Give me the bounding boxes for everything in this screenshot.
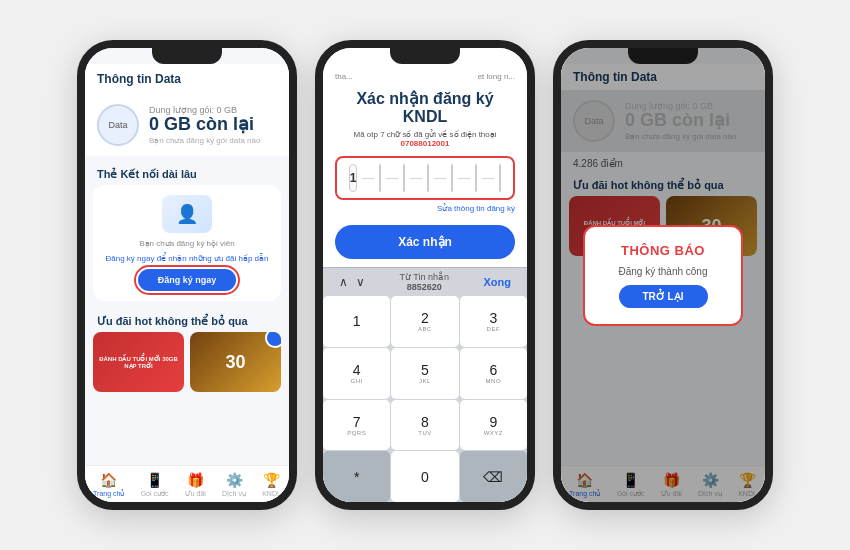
member-card: 👤 Bạn chưa đăng ký hội viên Đăng ký ngay… [93, 185, 281, 301]
numeric-keyboard: 1 2ABC 3DEF 4GHI 5JKL 6MNO 7PQRS 8TUV 9W… [323, 296, 527, 502]
phone2-subtitle: Mã otp 7 chữ số đã gửi về số điện thoại … [323, 130, 527, 156]
section-promo-title: Ưu đãi hot không thể bỏ qua [85, 309, 289, 332]
key-4[interactable]: 4GHI [323, 348, 390, 399]
confirm-button[interactable]: Xác nhận [335, 225, 515, 259]
phone2-top-right: et long n... [478, 72, 515, 81]
modal-subtitle: Đăng ký thành công [619, 266, 708, 277]
key-2[interactable]: 2ABC [391, 296, 458, 347]
modal-overlay: THÔNG BÁO Đăng ký thành công TRỞ LẠI [561, 48, 765, 502]
data-info: Dung lượng gói: 0 GB 0 GB còn lại Bạn ch… [149, 105, 277, 146]
phone1-bottom-nav: 🏠 Trang chủ 📱 Gói cước 🎁 Ưu đãi ⚙️ Dịch … [85, 465, 289, 502]
phone1-screen: Thông tin Data Data Dung lượng gói: 0 GB… [85, 48, 289, 502]
keyboard-from: Từ Tin nhắn 8852620 [399, 272, 449, 292]
goicuoc-icon: 📱 [146, 472, 163, 488]
key-3[interactable]: 3DEF [460, 296, 527, 347]
home-icon: 🏠 [100, 472, 117, 488]
key-0[interactable]: 0 [391, 451, 458, 502]
phone-3: Thông tin Data Data Dung lượng gói: 0 GB… [553, 40, 773, 510]
otp-box-4[interactable] [427, 164, 429, 192]
otp-sep-4: — [434, 164, 446, 192]
phone1-data-card: Data Dung lượng gói: 0 GB 0 GB còn lại B… [85, 94, 289, 156]
otp-box-7[interactable] [499, 164, 501, 192]
phone2-top-left: tha... [335, 72, 353, 81]
modal-title: THÔNG BÁO [621, 243, 705, 258]
key-9[interactable]: 9WXYZ [460, 400, 527, 451]
otp-input-row[interactable]: 1 — — — — — — [335, 156, 515, 200]
phone3-screen: Thông tin Data Data Dung lượng gói: 0 GB… [561, 48, 765, 502]
otp-sep-5: — [458, 164, 470, 192]
arrow-down-icon[interactable]: ∨ [356, 275, 365, 289]
phone2-title: Xác nhận đăng ký KNDL [323, 81, 527, 130]
keyboard-from-number: 8852620 [407, 282, 442, 292]
data-remaining: 0 GB còn lại [149, 115, 277, 135]
arrow-up-icon[interactable]: ∧ [339, 275, 348, 289]
key-8[interactable]: 8TUV [391, 400, 458, 451]
phone2-screen: tha... et long n... Xác nhận đăng ký KND… [323, 48, 527, 502]
dichvu-icon: ⚙️ [226, 472, 243, 488]
phone1-title: Thông tin Data [97, 72, 181, 86]
key-delete[interactable]: ⌫ [460, 451, 527, 502]
nav-label-home: Trang chủ [93, 490, 124, 498]
otp-box-6[interactable] [475, 164, 477, 192]
otp-box-1[interactable]: 1 [349, 164, 358, 192]
otp-sep-1: — [362, 164, 374, 192]
data-sub: Bạn chưa đăng ký gói data nào [149, 136, 277, 145]
otp-box-5[interactable] [451, 164, 453, 192]
resend-link[interactable]: Sửa thông tin đăng ký [323, 200, 527, 217]
nav-item-goicuoc[interactable]: 📱 Gói cước [141, 472, 169, 498]
nav-label-dichvu: Dịch vụ [222, 490, 246, 498]
otp-box-2[interactable] [379, 164, 381, 192]
notch-1 [152, 48, 222, 64]
key-row-4: * 0 ⌫ [323, 451, 527, 502]
keyboard-done-button[interactable]: Xong [484, 276, 512, 288]
otp-sep-6: — [482, 164, 494, 192]
phone2-phone-number: 07088012001 [401, 139, 450, 148]
promo-card-1-text: ĐÁNH DẤU TUỔI MỚI 30GB NẠP TRỜI [93, 353, 184, 371]
key-star[interactable]: * [323, 451, 390, 502]
keyboard-toolbar: ∧ ∨ Từ Tin nhắn 8852620 Xong [323, 267, 527, 296]
keyboard-arrows: ∧ ∨ [339, 275, 365, 289]
nav-label-goicuoc: Gói cước [141, 490, 169, 498]
phone-1: Thông tin Data Data Dung lượng gói: 0 GB… [77, 40, 297, 510]
promo-badge [265, 332, 281, 348]
key-6[interactable]: 6MNO [460, 348, 527, 399]
phone2-top: tha... et long n... [323, 64, 527, 81]
keyboard-from-label: Từ Tin nhắn [399, 272, 449, 282]
notch-2 [390, 48, 460, 64]
key-5[interactable]: 5JKL [391, 348, 458, 399]
member-text: Bạn chưa đăng ký hội viên [139, 239, 235, 248]
nav-item-kndl[interactable]: 🏆 KNDL [262, 472, 281, 498]
otp-sep-3: — [410, 164, 422, 192]
uudai-icon: 🎁 [187, 472, 204, 488]
section-member-title: Thẻ Kết nối dài lâu [85, 160, 289, 185]
register-now-button[interactable]: Đăng ký ngay [138, 269, 237, 291]
phone-2: tha... et long n... Xác nhận đăng ký KND… [315, 40, 535, 510]
key-row-3: 7PQRS 8TUV 9WXYZ [323, 400, 527, 451]
nav-item-uudai[interactable]: 🎁 Ưu đãi [185, 472, 206, 498]
key-1[interactable]: 1 [323, 296, 390, 347]
notification-modal: THÔNG BÁO Đăng ký thành công TRỞ LẠI [583, 225, 743, 326]
kndl-icon: 🏆 [263, 472, 280, 488]
promo-cards: ĐÁNH DẤU TUỔI MỚI 30GB NẠP TRỜI 30 [85, 332, 289, 392]
otp-box-3[interactable] [403, 164, 405, 192]
data-label: Data [108, 120, 127, 130]
member-link: Đăng ký ngay để nhận những ưu đãi hấp dẫ… [106, 254, 269, 263]
promo-card-2-text: 30 [225, 352, 245, 373]
key-row-2: 4GHI 5JKL 6MNO [323, 348, 527, 399]
data-circle: Data [97, 104, 139, 146]
nav-item-dichvu[interactable]: ⚙️ Dịch vụ [222, 472, 246, 498]
member-icon: 👤 [162, 195, 212, 233]
modal-back-button[interactable]: TRỞ LẠI [619, 285, 708, 308]
nav-label-kndl: KNDL [262, 490, 281, 497]
phone1-header: Thông tin Data [85, 64, 289, 94]
nav-item-home[interactable]: 🏠 Trang chủ [93, 472, 124, 498]
promo-card-2[interactable]: 30 [190, 332, 281, 392]
otp-sep-2: — [386, 164, 398, 192]
key-7[interactable]: 7PQRS [323, 400, 390, 451]
key-row-1: 1 2ABC 3DEF [323, 296, 527, 347]
nav-label-uudai: Ưu đãi [185, 490, 206, 498]
phone2-subtitle-text: Mã otp 7 chữ số đã gửi về số điện thoại [353, 130, 496, 139]
promo-card-1[interactable]: ĐÁNH DẤU TUỔI MỚI 30GB NẠP TRỜI [93, 332, 184, 392]
